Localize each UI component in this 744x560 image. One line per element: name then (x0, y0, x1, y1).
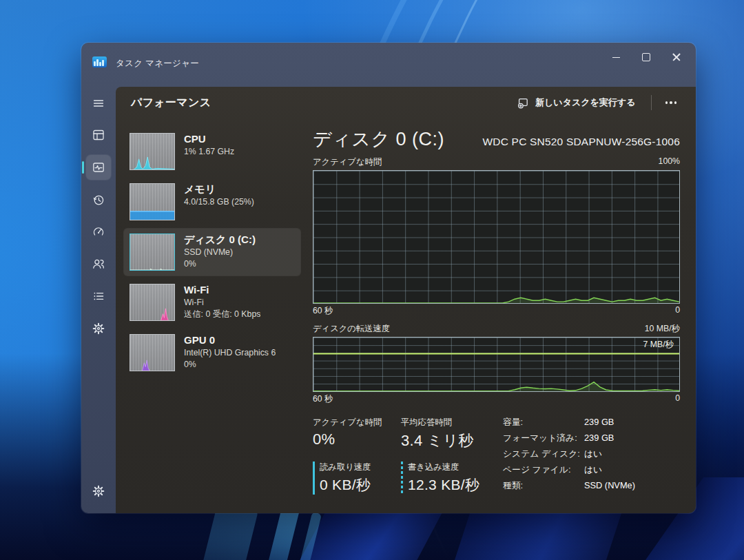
disk-detail-panel: ディスク 0 (C:) WDC PC SN520 SDAPNUW-256G-10… (313, 127, 680, 495)
list-item-wifi[interactable]: Wi-Fi Wi-Fi 送信: 0 受信: 0 Kbps (124, 279, 300, 326)
disk-mini-graph-line (130, 234, 174, 270)
cpu-mini-graph-line (130, 134, 174, 169)
stat-read-speed: 読み取り速度 0 KB/秒 (313, 462, 391, 495)
startup-apps-icon (92, 225, 105, 238)
wifi-mini-graph (130, 284, 175, 321)
new-task-icon (517, 97, 529, 109)
device-name: WDC PC SN520 SDAPNUW-256G-1006 (482, 136, 680, 148)
read-speed-legend-bar (313, 462, 315, 495)
menu-button[interactable] (86, 91, 111, 116)
active-time-chart-series (313, 171, 679, 303)
chart2-x-left: 60 秒 (313, 393, 333, 405)
sidebar-item-users[interactable] (86, 251, 111, 276)
page-title: パフォーマンス (131, 96, 211, 110)
navigation-rail (81, 87, 116, 513)
run-new-task-label: 新しいタスクを実行する (535, 96, 635, 109)
gear-icon (92, 485, 105, 497)
write-speed-legend-bar (401, 462, 403, 495)
chart2-x-right: 0 (675, 393, 680, 405)
cpu-mini-graph (130, 133, 175, 170)
settings-button[interactable] (86, 479, 111, 504)
chart1-x-left: 60 秒 (313, 305, 333, 317)
gpu-mini-graph-line (130, 335, 174, 371)
close-button[interactable] (661, 45, 692, 69)
titlebar[interactable]: タスク マネージャー (81, 43, 696, 87)
list-item-cpu[interactable]: CPU 1% 1.67 GHz (124, 128, 300, 175)
chart2-label: ディスクの転送速度 (313, 323, 390, 335)
chart2-ymax: 10 MB/秒 (645, 323, 680, 335)
sidebar-item-processes[interactable] (86, 123, 111, 147)
performance-icon (92, 161, 105, 174)
memory-mini-graph-area (130, 184, 174, 220)
list-item-gpu0[interactable]: GPU 0 Intel(R) UHD Graphics 6 0% (124, 329, 300, 376)
task-manager-window: タスク マネージャー (81, 43, 696, 513)
memory-mini-graph (130, 183, 175, 220)
disk-title: ディスク 0 (C:) (313, 127, 444, 152)
services-icon (92, 322, 105, 335)
list-item-memory[interactable]: メモリ 4.0/15.8 GB (25%) (124, 178, 300, 225)
run-new-task-button[interactable]: 新しいタスクを実行する (512, 93, 641, 112)
users-icon (92, 258, 105, 270)
transfer-rate-chart: 7 MB/秒 (313, 337, 680, 392)
disk-info-table: 容量:239 GB フォーマット済み:239 GB システム ディスク:はい ペ… (503, 417, 635, 495)
details-icon (92, 290, 105, 302)
sidebar-item-services[interactable] (86, 316, 111, 341)
chart1-x-right: 0 (675, 305, 680, 317)
marker-line-label: 7 MB/秒 (643, 339, 674, 351)
sidebar-item-performance[interactable] (86, 155, 111, 180)
disk-mini-graph (130, 234, 175, 271)
chart1-label: アクティブな時間 (313, 156, 382, 168)
close-icon (672, 53, 681, 61)
list-item-disk0[interactable]: ディスク 0 (C:) SSD (NVMe) 0% (124, 229, 300, 276)
page-header: パフォーマンス 新しいタスクを実行する (116, 87, 696, 118)
sidebar-item-details[interactable] (86, 284, 111, 309)
window-title: タスク マネージャー (116, 58, 199, 70)
wifi-mini-graph-line (130, 284, 174, 320)
sidebar-item-app-history[interactable] (86, 187, 111, 212)
gpu-mini-graph (130, 334, 175, 371)
transfer-rate-chart-series (313, 338, 679, 391)
content-panel: パフォーマンス 新しいタスクを実行する (116, 87, 696, 513)
sidebar-item-startup-apps[interactable] (86, 219, 111, 244)
app-history-icon (92, 194, 105, 206)
header-divider (651, 95, 652, 110)
hamburger-icon (92, 97, 105, 110)
stat-active-time: アクティブな時間 0% (313, 417, 391, 451)
processes-icon (92, 129, 105, 141)
stat-write-speed: 書き込み速度 12.3 KB/秒 (401, 462, 493, 495)
more-options-button[interactable] (661, 97, 681, 108)
selection-accent (82, 161, 84, 174)
stat-avg-response: 平均応答時間 3.4 ミリ秒 (401, 417, 493, 451)
maximize-icon (642, 53, 650, 61)
chart1-ymax: 100% (659, 156, 680, 168)
disk-usage-stats: アクティブな時間 0% 平均応答時間 3.4 ミリ秒 読み取り速度 0 KB/秒 (313, 417, 493, 495)
performance-list: CPU 1% 1.67 GHz メモリ 4.0/15.8 GB (25%) (124, 128, 300, 376)
maximize-button[interactable] (631, 45, 661, 69)
minimize-icon (612, 57, 620, 58)
task-manager-app-icon (92, 56, 107, 68)
active-time-chart (313, 170, 680, 304)
minimize-button[interactable] (601, 45, 631, 69)
